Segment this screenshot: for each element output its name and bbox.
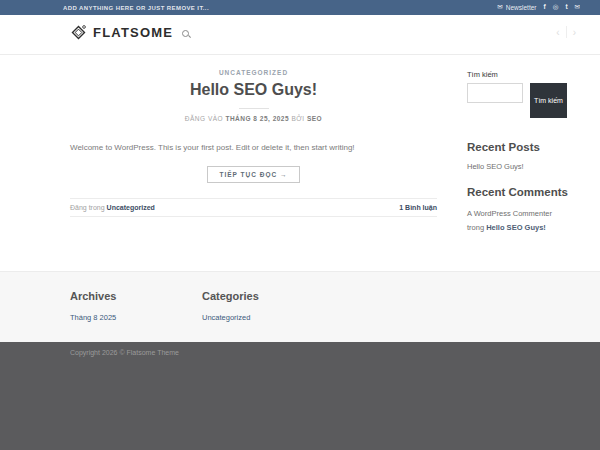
recent-comments-title: Recent Comments xyxy=(467,186,569,198)
newsletter-link[interactable]: ✉Newsletter xyxy=(497,4,536,11)
flatsome-diamond-icon xyxy=(70,24,87,41)
prev-post-arrow[interactable]: ‹ xyxy=(556,27,559,38)
envelope-icon: ✉ xyxy=(497,4,502,11)
footer-dark: Copyright 2026 © Flatsome Theme xyxy=(0,342,600,450)
archives-month-link[interactable]: Tháng 8 2025 xyxy=(70,313,116,322)
post-title[interactable]: Hello SEO Guys! xyxy=(70,81,437,99)
facebook-icon[interactable]: f xyxy=(544,4,546,11)
post-date-line: ĐĂNG VÀO THÁNG 8 25, 2025 BỞI SEO xyxy=(70,115,437,122)
posted-in-label: Đăng trong xyxy=(70,204,105,211)
categories-title: Categories xyxy=(202,290,259,302)
comment-author[interactable]: A WordPress Commenter xyxy=(467,209,552,218)
footer-widgets: Archives Tháng 8 2025 Categories Uncateg… xyxy=(0,271,600,342)
post-excerpt: Welcome to WordPress. This is your first… xyxy=(70,143,437,152)
topbar: ADD ANYTHING HERE OR JUST REMOVE IT... ✉… xyxy=(0,0,600,15)
posted-in: Đăng trong Uncategorized xyxy=(70,204,155,211)
topbar-message: ADD ANYTHING HERE OR JUST REMOVE IT... xyxy=(63,5,209,11)
main-content: UNCATEGORIZED Hello SEO Guys! ĐĂNG VÀO T… xyxy=(0,56,600,271)
copyright-text: Copyright 2026 © Flatsome Theme xyxy=(70,349,179,356)
next-post-arrow[interactable]: › xyxy=(573,27,576,38)
sidebar-search-input[interactable] xyxy=(467,83,523,103)
archives-title: Archives xyxy=(70,290,116,302)
post-meta-row: Đăng trong Uncategorized 1 Bình luận xyxy=(70,198,437,217)
search-label: Tìm kiếm xyxy=(467,70,569,79)
post-summary: UNCATEGORIZED Hello SEO Guys! ĐĂNG VÀO T… xyxy=(70,56,437,217)
topbar-links: ✉Newsletter f ◎ t ✉ xyxy=(497,4,580,11)
nav-divider xyxy=(566,26,567,38)
title-divider xyxy=(239,108,269,109)
newsletter-label: Newsletter xyxy=(506,4,537,11)
by-label: BỞI xyxy=(291,115,304,122)
posted-on-label: ĐĂNG VÀO xyxy=(185,115,223,122)
comments-link[interactable]: 1 Bình luận xyxy=(399,204,437,211)
site-header: FLATSOME ‹ › xyxy=(0,15,600,55)
page: ADD ANYTHING HERE OR JUST REMOVE IT... ✉… xyxy=(0,0,600,450)
logo-text: FLATSOME xyxy=(93,25,173,40)
recent-posts-title: Recent Posts xyxy=(467,141,569,153)
instagram-icon[interactable]: ◎ xyxy=(553,4,559,11)
sidebar-search-button[interactable]: Tìm kiếm xyxy=(530,83,567,118)
search-icon[interactable] xyxy=(182,30,189,37)
recent-post-link[interactable]: Hello SEO Guys! xyxy=(467,162,569,171)
posted-in-category-link[interactable]: Uncategorized xyxy=(107,204,155,211)
post-author[interactable]: SEO xyxy=(307,115,322,122)
site-logo[interactable]: FLATSOME xyxy=(70,24,173,41)
categories-link[interactable]: Uncategorized xyxy=(202,313,259,322)
post-category-label[interactable]: UNCATEGORIZED xyxy=(70,69,437,76)
header-post-nav: ‹ › xyxy=(556,26,576,38)
sidebar: Tìm kiếm Tìm kiếm Recent Posts Hello SEO… xyxy=(467,56,569,234)
twitter-icon[interactable]: t xyxy=(565,4,567,11)
email-icon[interactable]: ✉ xyxy=(575,4,580,11)
post-date: THÁNG 8 25, 2025 xyxy=(225,115,289,122)
categories-widget: Categories Uncategorized xyxy=(202,290,259,322)
archives-widget: Archives Tháng 8 2025 xyxy=(70,290,116,322)
comment-in-label: trong xyxy=(467,223,484,232)
read-more-button[interactable]: TIẾP TỤC ĐỌC → xyxy=(207,166,299,183)
recent-comment-item: A WordPress Commenter trong Hello SEO Gu… xyxy=(467,207,569,234)
comment-post-link[interactable]: Hello SEO Guys! xyxy=(486,223,546,232)
